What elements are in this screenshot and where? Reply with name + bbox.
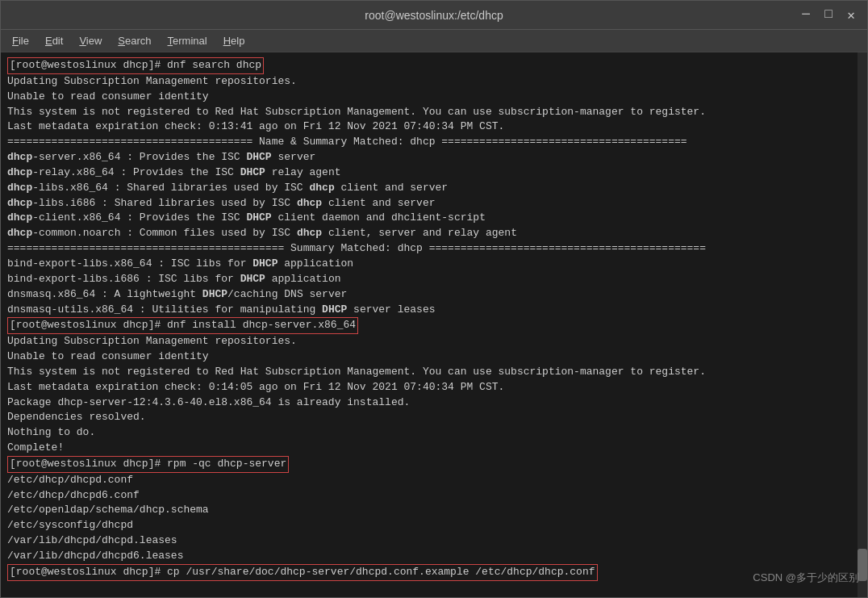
menu-edit[interactable]: Edit xyxy=(39,32,69,49)
terminal-window: root@westoslinux:/etc/dhcp ─ □ ✕ File Ed… xyxy=(0,0,868,598)
watermark: CSDN @多于少的区别 xyxy=(753,571,859,586)
terminal-output: [root@westoslinux dhcp]# dnf search dhcp… xyxy=(7,57,861,581)
menu-view[interactable]: View xyxy=(73,32,108,49)
terminal-body[interactable]: [root@westoslinux dhcp]# dnf search dhcp… xyxy=(1,52,867,597)
menu-help[interactable]: Help xyxy=(217,32,252,49)
maximize-button[interactable]: □ xyxy=(820,7,837,23)
menu-file[interactable]: File xyxy=(6,32,35,49)
window-controls: ─ □ ✕ xyxy=(798,7,859,23)
titlebar: root@westoslinux:/etc/dhcp ─ □ ✕ xyxy=(1,1,867,30)
menu-search[interactable]: Search xyxy=(111,32,157,49)
window-title: root@westoslinux:/etc/dhcp xyxy=(365,9,503,22)
minimize-button[interactable]: ─ xyxy=(798,7,814,23)
close-button[interactable]: ✕ xyxy=(843,7,859,23)
scrollbar[interactable] xyxy=(858,52,867,597)
menubar: File Edit View Search Terminal Help xyxy=(1,30,867,52)
menu-terminal[interactable]: Terminal xyxy=(161,32,214,49)
